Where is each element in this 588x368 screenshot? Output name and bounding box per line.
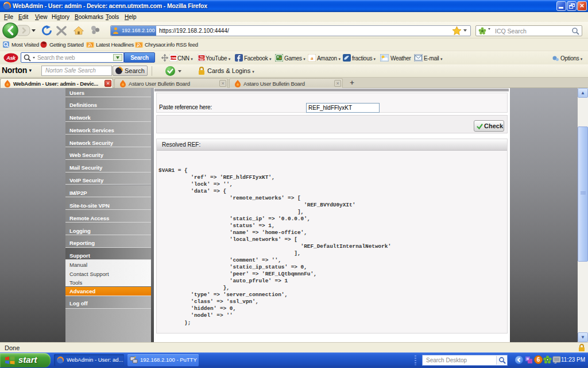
svg-text:Ask: Ask xyxy=(6,55,16,61)
svg-text:CNN: CNN xyxy=(171,56,177,60)
svg-text:Tube: Tube xyxy=(199,59,203,61)
svg-text:You: You xyxy=(200,56,203,58)
svg-text:6: 6 xyxy=(537,356,540,363)
